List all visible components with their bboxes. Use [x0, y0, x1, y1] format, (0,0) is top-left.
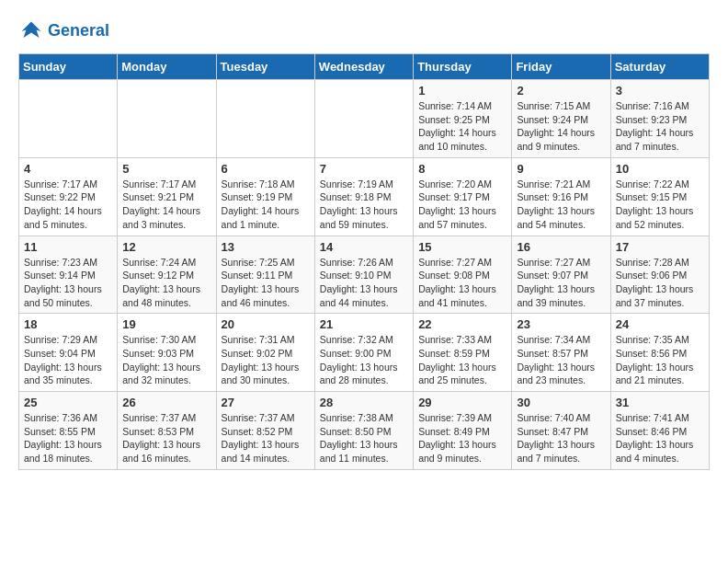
calendar-header-row: SundayMondayTuesdayWednesdayThursdayFrid… [19, 54, 710, 80]
calendar-cell: 27Sunrise: 7:37 AM Sunset: 8:52 PM Dayli… [216, 392, 314, 470]
day-info: Sunrise: 7:32 AM Sunset: 9:00 PM Dayligh… [320, 333, 408, 387]
calendar-cell: 11Sunrise: 7:23 AM Sunset: 9:14 PM Dayli… [19, 236, 118, 314]
calendar-cell: 5Sunrise: 7:17 AM Sunset: 9:21 PM Daylig… [118, 157, 216, 236]
day-number: 26 [122, 396, 210, 409]
day-info: Sunrise: 7:25 AM Sunset: 9:11 PM Dayligh… [222, 256, 310, 310]
day-info: Sunrise: 7:30 AM Sunset: 9:03 PM Dayligh… [122, 333, 210, 387]
day-number: 15 [418, 240, 506, 254]
day-number: 9 [517, 162, 605, 176]
day-info: Sunrise: 7:33 AM Sunset: 8:59 PM Dayligh… [418, 333, 506, 387]
page-header: General [18, 18, 710, 44]
day-info: Sunrise: 7:20 AM Sunset: 9:17 PM Dayligh… [418, 178, 506, 232]
day-info: Sunrise: 7:19 AM Sunset: 9:18 PM Dayligh… [320, 178, 408, 232]
day-number: 4 [24, 162, 112, 176]
calendar-table: SundayMondayTuesdayWednesdayThursdayFrid… [18, 53, 710, 470]
calendar-cell: 21Sunrise: 7:32 AM Sunset: 9:00 PM Dayli… [314, 314, 413, 392]
day-number: 29 [418, 396, 506, 409]
day-number: 8 [418, 162, 506, 176]
calendar-cell [19, 80, 118, 158]
day-number: 12 [122, 240, 210, 254]
day-number: 23 [517, 317, 605, 331]
calendar-cell: 28Sunrise: 7:38 AM Sunset: 8:50 PM Dayli… [314, 392, 413, 470]
day-info: Sunrise: 7:14 AM Sunset: 9:25 PM Dayligh… [418, 99, 506, 154]
day-number: 10 [616, 162, 704, 176]
day-number: 17 [616, 240, 704, 254]
day-number: 13 [222, 240, 310, 254]
day-number: 1 [418, 84, 506, 98]
day-number: 11 [24, 240, 112, 254]
logo-text: General [48, 22, 109, 40]
day-info: Sunrise: 7:17 AM Sunset: 9:21 PM Dayligh… [122, 178, 210, 232]
calendar-cell: 9Sunrise: 7:21 AM Sunset: 9:16 PM Daylig… [512, 157, 610, 236]
calendar-week-row: 4Sunrise: 7:17 AM Sunset: 9:22 PM Daylig… [19, 157, 710, 236]
day-header-wednesday: Wednesday [314, 54, 413, 80]
day-info: Sunrise: 7:34 AM Sunset: 8:57 PM Dayligh… [517, 333, 605, 387]
calendar-week-row: 11Sunrise: 7:23 AM Sunset: 9:14 PM Dayli… [19, 236, 710, 314]
calendar-cell: 29Sunrise: 7:39 AM Sunset: 8:49 PM Dayli… [414, 392, 512, 470]
day-header-sunday: Sunday [19, 54, 118, 80]
calendar-cell: 6Sunrise: 7:18 AM Sunset: 9:19 PM Daylig… [216, 157, 314, 236]
calendar-cell [118, 80, 216, 158]
calendar-cell: 30Sunrise: 7:40 AM Sunset: 8:47 PM Dayli… [512, 392, 610, 470]
day-number: 19 [122, 317, 210, 331]
day-header-monday: Monday [118, 54, 216, 80]
day-info: Sunrise: 7:37 AM Sunset: 8:52 PM Dayligh… [222, 411, 310, 465]
calendar-cell: 2Sunrise: 7:15 AM Sunset: 9:24 PM Daylig… [512, 80, 610, 158]
logo-icon [18, 18, 44, 44]
calendar-cell: 25Sunrise: 7:36 AM Sunset: 8:55 PM Dayli… [19, 392, 118, 470]
calendar-cell: 19Sunrise: 7:30 AM Sunset: 9:03 PM Dayli… [118, 314, 216, 392]
calendar-cell: 13Sunrise: 7:25 AM Sunset: 9:11 PM Dayli… [216, 236, 314, 314]
day-number: 2 [517, 84, 605, 98]
day-number: 28 [320, 396, 408, 409]
logo: General [18, 18, 109, 44]
calendar-cell: 17Sunrise: 7:28 AM Sunset: 9:06 PM Dayli… [610, 236, 709, 314]
day-info: Sunrise: 7:36 AM Sunset: 8:55 PM Dayligh… [24, 411, 112, 465]
day-number: 14 [320, 240, 408, 254]
day-number: 21 [320, 317, 408, 331]
day-info: Sunrise: 7:24 AM Sunset: 9:12 PM Dayligh… [122, 256, 210, 310]
day-info: Sunrise: 7:38 AM Sunset: 8:50 PM Dayligh… [320, 411, 408, 465]
day-header-saturday: Saturday [610, 54, 709, 80]
day-info: Sunrise: 7:29 AM Sunset: 9:04 PM Dayligh… [24, 333, 112, 387]
day-info: Sunrise: 7:26 AM Sunset: 9:10 PM Dayligh… [320, 256, 408, 310]
day-info: Sunrise: 7:23 AM Sunset: 9:14 PM Dayligh… [24, 256, 112, 310]
day-number: 31 [616, 396, 704, 409]
calendar-cell: 8Sunrise: 7:20 AM Sunset: 9:17 PM Daylig… [414, 157, 512, 236]
day-number: 5 [122, 162, 210, 176]
day-info: Sunrise: 7:17 AM Sunset: 9:22 PM Dayligh… [24, 178, 112, 232]
day-info: Sunrise: 7:40 AM Sunset: 8:47 PM Dayligh… [517, 411, 605, 465]
calendar-week-row: 25Sunrise: 7:36 AM Sunset: 8:55 PM Dayli… [19, 392, 710, 470]
calendar-cell [216, 80, 314, 158]
calendar-cell: 14Sunrise: 7:26 AM Sunset: 9:10 PM Dayli… [314, 236, 413, 314]
calendar-week-row: 1Sunrise: 7:14 AM Sunset: 9:25 PM Daylig… [19, 80, 710, 158]
svg-marker-0 [22, 22, 41, 39]
day-number: 27 [222, 396, 310, 409]
day-info: Sunrise: 7:39 AM Sunset: 8:49 PM Dayligh… [418, 411, 506, 465]
day-number: 3 [616, 84, 704, 98]
day-info: Sunrise: 7:28 AM Sunset: 9:06 PM Dayligh… [616, 256, 704, 310]
day-info: Sunrise: 7:21 AM Sunset: 9:16 PM Dayligh… [517, 178, 605, 232]
calendar-cell: 16Sunrise: 7:27 AM Sunset: 9:07 PM Dayli… [512, 236, 610, 314]
calendar-cell: 26Sunrise: 7:37 AM Sunset: 8:53 PM Dayli… [118, 392, 216, 470]
day-info: Sunrise: 7:15 AM Sunset: 9:24 PM Dayligh… [517, 99, 605, 154]
day-info: Sunrise: 7:35 AM Sunset: 8:56 PM Dayligh… [616, 333, 704, 387]
day-header-friday: Friday [512, 54, 610, 80]
day-info: Sunrise: 7:27 AM Sunset: 9:08 PM Dayligh… [418, 256, 506, 310]
day-number: 30 [517, 396, 605, 409]
day-number: 22 [418, 317, 506, 331]
calendar-cell: 1Sunrise: 7:14 AM Sunset: 9:25 PM Daylig… [414, 80, 512, 158]
calendar-cell: 7Sunrise: 7:19 AM Sunset: 9:18 PM Daylig… [314, 157, 413, 236]
calendar-cell: 23Sunrise: 7:34 AM Sunset: 8:57 PM Dayli… [512, 314, 610, 392]
calendar-cell: 22Sunrise: 7:33 AM Sunset: 8:59 PM Dayli… [414, 314, 512, 392]
calendar-cell: 4Sunrise: 7:17 AM Sunset: 9:22 PM Daylig… [19, 157, 118, 236]
calendar-cell: 15Sunrise: 7:27 AM Sunset: 9:08 PM Dayli… [414, 236, 512, 314]
day-number: 24 [616, 317, 704, 331]
day-header-tuesday: Tuesday [216, 54, 314, 80]
calendar-week-row: 18Sunrise: 7:29 AM Sunset: 9:04 PM Dayli… [19, 314, 710, 392]
day-info: Sunrise: 7:41 AM Sunset: 8:46 PM Dayligh… [616, 411, 704, 465]
day-number: 6 [222, 162, 310, 176]
calendar-cell: 18Sunrise: 7:29 AM Sunset: 9:04 PM Dayli… [19, 314, 118, 392]
day-info: Sunrise: 7:37 AM Sunset: 8:53 PM Dayligh… [122, 411, 210, 465]
calendar-cell: 31Sunrise: 7:41 AM Sunset: 8:46 PM Dayli… [610, 392, 709, 470]
day-number: 7 [320, 162, 408, 176]
